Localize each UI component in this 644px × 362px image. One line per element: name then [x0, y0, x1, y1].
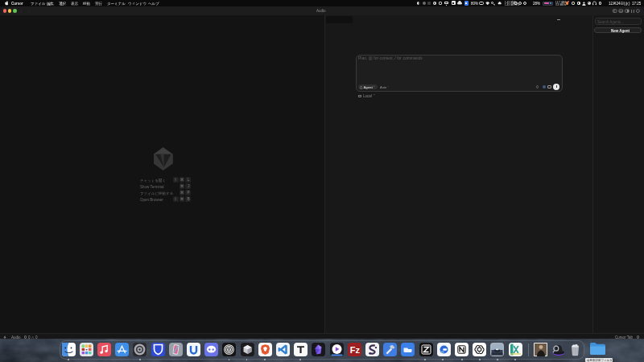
svg-text:Fz: Fz — [349, 345, 360, 355]
